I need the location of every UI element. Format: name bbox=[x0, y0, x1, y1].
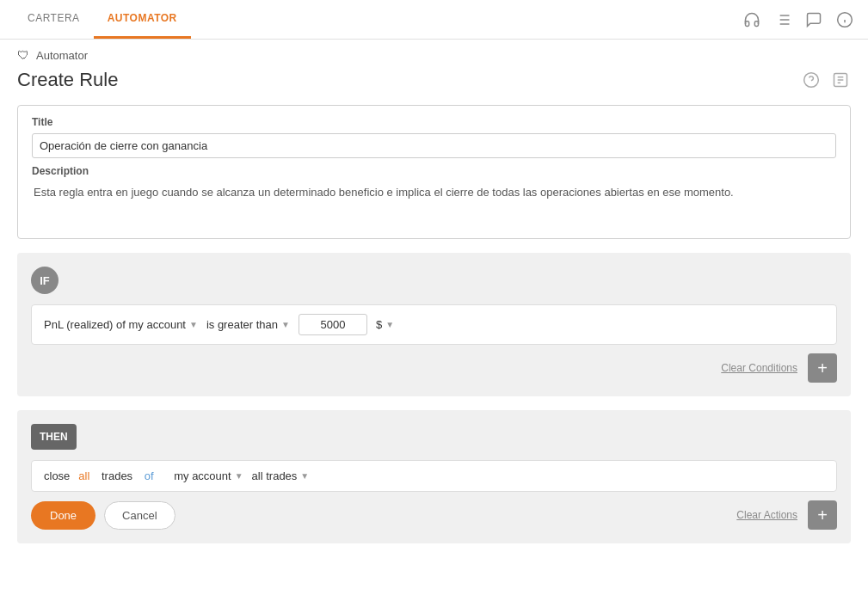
export-icon[interactable] bbox=[830, 70, 851, 90]
unit-caret-icon: ▼ bbox=[385, 320, 394, 329]
svg-point-9 bbox=[804, 73, 819, 88]
action-prep-highlight: of bbox=[145, 469, 154, 482]
description-textarea[interactable]: Esta regla entra en juego cuando se alca… bbox=[32, 181, 836, 225]
nav-icons bbox=[742, 10, 854, 29]
bottom-actions: Done Cancel Clear Actions + bbox=[31, 500, 837, 530]
if-block: IF PnL (realized) of my account ▼ is gre… bbox=[17, 253, 851, 396]
top-nav: CARTERA AUTOMATOR bbox=[0, 0, 868, 40]
condition-row: PnL (realized) of my account ▼ is greate… bbox=[31, 304, 837, 345]
action-spacer bbox=[163, 469, 166, 482]
help-icon[interactable] bbox=[801, 70, 822, 90]
headset-icon[interactable] bbox=[742, 10, 761, 29]
action-highlight1: all bbox=[78, 469, 89, 482]
main-content: Create Rule Title Descript bbox=[0, 62, 868, 574]
if-block-footer: Clear Conditions + bbox=[31, 353, 837, 383]
page-header: 🛡 Automator bbox=[0, 40, 868, 62]
list-icon[interactable] bbox=[773, 10, 792, 29]
page-title: Create Rule bbox=[17, 69, 118, 91]
nav-tab-cartera[interactable]: CARTERA bbox=[14, 0, 94, 39]
action-row: close all trades of my account ▼ all tra… bbox=[31, 460, 837, 492]
operator-caret-icon: ▼ bbox=[281, 320, 290, 329]
action-text1: trades bbox=[98, 469, 135, 482]
chat-icon[interactable] bbox=[804, 10, 823, 29]
condition-value-input[interactable] bbox=[299, 314, 367, 335]
title-input[interactable] bbox=[32, 133, 836, 158]
add-action-button[interactable]: + bbox=[808, 500, 837, 530]
info-icon[interactable] bbox=[835, 10, 854, 29]
title-description-section: Title Description Esta regla entra en ju… bbox=[17, 105, 851, 239]
page-title-row: Create Rule bbox=[17, 69, 851, 91]
title-label: Title bbox=[32, 116, 836, 128]
action-trades-dropdown[interactable]: all trades ▼ bbox=[252, 469, 310, 482]
if-badge: IF bbox=[31, 267, 58, 294]
header-label: Automator bbox=[36, 49, 88, 62]
trades-caret-icon: ▼ bbox=[300, 471, 309, 481]
shield-icon: 🛡 bbox=[17, 48, 29, 62]
nav-tab-automator[interactable]: AUTOMATOR bbox=[94, 0, 191, 39]
right-actions: Clear Actions + bbox=[736, 500, 837, 530]
clear-actions-button[interactable]: Clear Actions bbox=[736, 509, 797, 521]
clear-conditions-button[interactable]: Clear Conditions bbox=[721, 362, 797, 374]
then-badge: THEN bbox=[31, 424, 77, 450]
title-icons bbox=[801, 70, 851, 90]
account-caret-icon: ▼ bbox=[235, 471, 243, 481]
cancel-button[interactable]: Cancel bbox=[104, 501, 175, 530]
then-block: THEN close all trades of my account ▼ al… bbox=[17, 410, 851, 543]
action-verb: close bbox=[44, 469, 70, 482]
nav-tabs: CARTERA AUTOMATOR bbox=[14, 0, 191, 39]
condition-unit-dropdown[interactable]: $ ▼ bbox=[376, 318, 394, 331]
done-button[interactable]: Done bbox=[31, 501, 95, 530]
left-actions: Done Cancel bbox=[31, 501, 175, 530]
action-account-dropdown[interactable]: my account ▼ bbox=[174, 469, 243, 482]
condition-subject-dropdown[interactable]: PnL (realized) of my account ▼ bbox=[44, 318, 198, 331]
add-condition-button[interactable]: + bbox=[808, 353, 837, 383]
subject-caret-icon: ▼ bbox=[189, 320, 198, 329]
condition-operator-dropdown[interactable]: is greater than ▼ bbox=[206, 318, 290, 331]
description-label: Description bbox=[32, 165, 836, 177]
